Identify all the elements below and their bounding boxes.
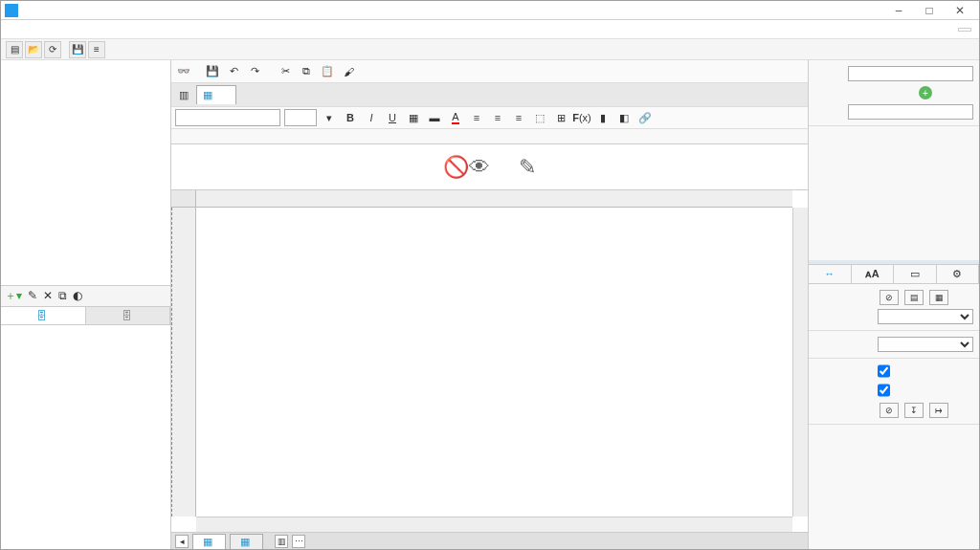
main-toolbar: ▤ 📂 ⟳ 💾 ≡ <box>1 39 979 60</box>
add-sheet-button[interactable]: ▥ <box>275 535 288 548</box>
copy-icon[interactable]: ⧉ <box>298 63 315 80</box>
direction-none[interactable]: ⊘ <box>880 290 899 305</box>
add-dataset-button[interactable]: ＋▾ <box>5 288 22 304</box>
formula-button[interactable]: F(x) <box>573 109 590 126</box>
align-center-button[interactable]: ≡ <box>489 109 506 126</box>
after-right-button[interactable]: ↦ <box>929 403 948 418</box>
left-panel: ＋▾ ✎ ✕ ⧉ ◐ 🗄 🗄 <box>1 60 171 549</box>
after-none-button[interactable]: ⊘ <box>880 403 899 418</box>
document-tab[interactable]: ▦ <box>196 85 236 104</box>
attribute-tabs: ↔ ᴀA ▭ ⚙ <box>809 265 979 284</box>
merge-button[interactable]: ⬚ <box>531 109 548 126</box>
delete-dataset-button[interactable]: ✕ <box>43 289 53 302</box>
direction-horizontal[interactable]: ▦ <box>929 290 948 305</box>
hyperlink-button[interactable]: 🔗 <box>636 109 654 126</box>
row-headers[interactable] <box>171 208 196 517</box>
horizontal-scrollbar[interactable] <box>196 517 792 532</box>
fill-color-button[interactable]: ▬ <box>426 109 443 126</box>
dataset-tree[interactable] <box>1 325 170 550</box>
sheet-tab-2[interactable]: ▦ <box>230 534 263 549</box>
widget-button[interactable]: ◧ <box>615 109 633 126</box>
edit-dataset-button[interactable]: ✎ <box>28 289 37 302</box>
horizontal-checkbox[interactable] <box>878 363 890 381</box>
grid-corner[interactable] <box>171 190 196 208</box>
font-color-button[interactable]: A <box>447 109 464 126</box>
attr-tab-extend[interactable]: ↔ <box>809 265 852 283</box>
italic-button[interactable]: I <box>363 109 380 126</box>
maximize-button[interactable]: □ <box>914 2 945 19</box>
undo-icon[interactable]: ↶ <box>225 63 242 80</box>
properties-panel: + ↔ ᴀA ▭ ⚙ ⊘ ▤ ▦ <box>809 60 979 549</box>
sheet-tabs: ◂ ▦ ▦ ▥ ⋯ <box>171 532 808 549</box>
sheet-more-button[interactable]: ⋯ <box>292 535 305 548</box>
sheet-tab-1[interactable]: ▦ <box>192 534 226 549</box>
dataset-tabs: 🗄 🗄 <box>1 306 170 325</box>
font-name-input[interactable] <box>175 109 280 126</box>
refresh-button[interactable]: ⟳ <box>44 41 61 58</box>
paste-icon[interactable]: 📋 <box>319 63 336 80</box>
bold-button[interactable]: B <box>342 109 359 126</box>
chart-button[interactable]: ▮ <box>594 109 612 126</box>
tab-template-data[interactable]: 🗄 <box>1 307 86 324</box>
title-bar: – □ ✕ <box>1 1 979 20</box>
close-button[interactable]: ✕ <box>945 2 975 19</box>
border-button[interactable]: ▦ <box>405 109 422 126</box>
unmerge-button[interactable]: ⊞ <box>552 109 569 126</box>
attr-tab-style[interactable]: ᴀA <box>852 265 895 283</box>
sheet-prev-button[interactable]: ◂ <box>175 535 189 548</box>
align-right-button[interactable]: ≡ <box>510 109 527 126</box>
menu-icon[interactable]: ≡ <box>88 41 105 58</box>
ruler <box>171 129 808 144</box>
align-left-button[interactable]: ≡ <box>468 109 485 126</box>
attr-tab-other[interactable]: ⚙ <box>937 265 980 283</box>
app-logo-icon <box>5 4 18 17</box>
copy-dataset-button[interactable]: ⧉ <box>58 289 67 302</box>
spreadsheet-grid <box>171 190 808 532</box>
file-tree[interactable] <box>1 60 170 285</box>
menu-bar <box>1 20 979 39</box>
edit-icon[interactable]: ✎ <box>519 155 536 180</box>
save-button[interactable]: 💾 <box>69 41 86 58</box>
open-button[interactable]: 📂 <box>25 41 42 58</box>
preview-icon[interactable]: 👓 <box>175 63 192 80</box>
document-tabstrip: ▥ ▦ <box>171 83 808 106</box>
vertical-scrollbar[interactable] <box>792 208 808 517</box>
editor-panel: 👓 💾 ↶ ↷ ✂ ⧉ 📋 🖌 ▥ ▦ ▾ B I U ▦ <box>171 60 809 549</box>
grid-cells[interactable] <box>196 208 792 517</box>
login-status[interactable] <box>958 28 971 32</box>
vertical-checkbox[interactable] <box>878 383 890 400</box>
cut-icon[interactable]: ✂ <box>277 63 294 80</box>
redo-icon[interactable]: ↷ <box>246 63 263 80</box>
underline-button[interactable]: U <box>384 109 401 126</box>
left-parent-select[interactable] <box>878 309 973 324</box>
header-preview: 🚫👁 ✎ <box>171 144 808 190</box>
minimize-button[interactable]: – <box>883 2 914 19</box>
insert-button[interactable]: + <box>919 86 932 99</box>
doc-toolbar: 👓 💾 ↶ ↷ ✂ ⧉ 📋 🖌 <box>171 60 808 83</box>
save-icon[interactable]: 💾 <box>204 63 221 80</box>
direction-vertical[interactable]: ▤ <box>904 290 924 305</box>
column-headers[interactable] <box>196 190 792 208</box>
preview-dataset-button[interactable]: ◐ <box>73 289 82 302</box>
cell-reference-input[interactable] <box>848 66 973 81</box>
new-button[interactable]: ▤ <box>6 41 23 58</box>
brush-icon[interactable]: 🖌 <box>340 63 357 80</box>
dataset-toolbar: ＋▾ ✎ ✕ ⧉ ◐ <box>1 285 170 306</box>
size-stepper-icon[interactable]: ▾ <box>321 109 338 126</box>
font-size-input[interactable] <box>284 109 317 126</box>
attr-tab-present[interactable]: ▭ <box>894 265 937 283</box>
hide-icon[interactable]: 🚫👁 <box>443 155 490 180</box>
insert-value-input[interactable] <box>848 104 973 120</box>
tab-list-icon[interactable]: ▥ <box>175 86 192 103</box>
upper-parent-select[interactable] <box>878 337 973 352</box>
format-toolbar: ▾ B I U ▦ ▬ A ≡ ≡ ≡ ⬚ ⊞ F(x) ▮ ◧ 🔗 <box>171 106 808 129</box>
tab-server-data[interactable]: 🗄 <box>86 307 171 324</box>
after-down-button[interactable]: ↧ <box>904 403 924 418</box>
